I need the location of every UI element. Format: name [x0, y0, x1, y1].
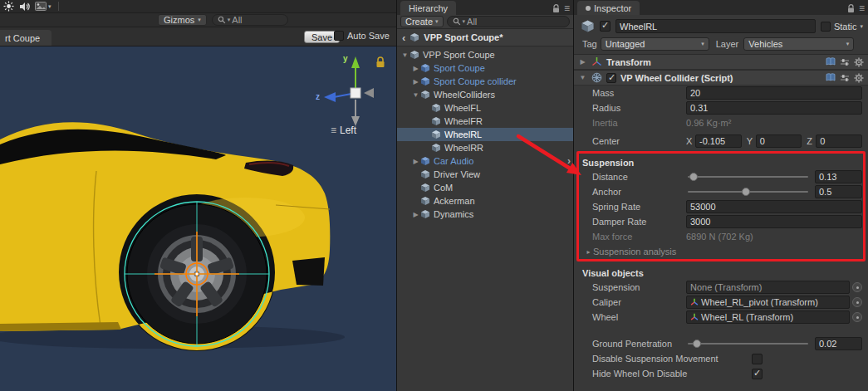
- spring-rate-field[interactable]: 53000: [686, 200, 862, 213]
- ground-penetration-slider[interactable]: [686, 337, 810, 350]
- item-label: VPP Sport Coupe: [423, 50, 495, 60]
- hierarchy-item-sport-coupe-collider[interactable]: ▶Sport Coupe collider: [397, 75, 573, 88]
- slider-knob[interactable]: [689, 173, 698, 181]
- radius-field[interactable]: 0.31: [686, 101, 862, 115]
- static-group[interactable]: Static ▾: [821, 22, 863, 32]
- slider-knob[interactable]: [693, 340, 701, 348]
- enter-prefab-arrow[interactable]: ›: [567, 155, 571, 167]
- tag-dropdown[interactable]: Untagged▾: [601, 37, 709, 51]
- suspension-object-field[interactable]: None (Transform): [686, 281, 850, 294]
- chevron-down-icon[interactable]: ▾: [860, 23, 863, 30]
- hierarchy-item-driver-view[interactable]: Driver View: [397, 168, 573, 181]
- object-picker-icon[interactable]: [852, 282, 862, 292]
- panel-menu-icon[interactable]: ≡: [564, 3, 570, 13]
- fold-arrow[interactable]: ▶: [411, 78, 420, 86]
- breadcrumb-label[interactable]: VPP Sport Coupe*: [424, 32, 503, 42]
- search-filter-arrow[interactable]: ▾: [228, 17, 231, 23]
- suspension-analysis-row[interactable]: ▸ Suspension analysis: [574, 244, 868, 259]
- item-label: Ackerman: [434, 196, 475, 206]
- search-filter-arrow[interactable]: ▾: [463, 18, 466, 25]
- anchor-value: 0.5: [819, 187, 831, 197]
- center-y-value: 0: [760, 136, 765, 146]
- fold-arrow[interactable]: ▶: [578, 58, 587, 66]
- hierarchy-item-dynamics[interactable]: ▶Dynamics: [397, 208, 573, 221]
- center-z-field[interactable]: 0: [816, 134, 862, 148]
- fold-arrow[interactable]: ▼: [400, 51, 409, 59]
- gizmos-button[interactable]: Gizmos▾: [158, 14, 207, 26]
- fold-arrow[interactable]: ▼: [411, 91, 420, 99]
- y-label: Y: [747, 136, 754, 146]
- scene-canvas[interactable]: y z ≡ Left: [0, 46, 396, 391]
- mass-field[interactable]: 20: [686, 86, 862, 100]
- scene-search-input[interactable]: ▾All: [212, 14, 288, 26]
- x-label: X: [686, 136, 694, 146]
- hierarchy-search-input[interactable]: ▾All: [447, 16, 570, 27]
- hierarchy-item-wheelfl[interactable]: WheelFL: [397, 101, 573, 115]
- wheel-object-field[interactable]: Wheel_RL (Transform): [686, 310, 850, 324]
- object-picker-icon[interactable]: [852, 312, 862, 322]
- tag-layer-row: Tag Untagged▾ Layer Vehicles▾: [574, 35, 868, 51]
- hierarchy-item-wheelfr[interactable]: WheelFR: [397, 115, 573, 128]
- hierarchy-item-vpp-sport-coupe[interactable]: ▼VPP Sport Coupe: [397, 48, 573, 61]
- view-mode-button[interactable]: ≡ Left: [331, 125, 356, 136]
- auto-save-checkbox[interactable]: [334, 31, 344, 41]
- chevron-down-icon: ▾: [198, 17, 201, 23]
- hide-wheel-on-disable-checkbox[interactable]: [752, 369, 763, 379]
- visual-objects-header-label: Visual objects: [582, 268, 644, 278]
- inspector-tab[interactable]: Inspector: [577, 1, 640, 15]
- presets-icon[interactable]: [840, 74, 850, 82]
- audio-icon[interactable]: [19, 2, 30, 12]
- fold-arrow[interactable]: ▶: [411, 158, 420, 165]
- center-y-field[interactable]: 0: [756, 134, 802, 148]
- scene-search-value: All: [232, 15, 242, 25]
- anchor-field[interactable]: 0.5: [815, 185, 862, 198]
- fold-arrow[interactable]: ▼: [578, 74, 587, 81]
- presets-icon[interactable]: [840, 58, 850, 66]
- hierarchy-item-wheelcolliders[interactable]: ▼WheelColliders: [397, 88, 573, 101]
- item-label: WheelRR: [444, 143, 483, 153]
- caliper-object-field[interactable]: Wheel_RL_pivot (Transform): [686, 296, 850, 309]
- object-picker-icon[interactable]: [852, 297, 862, 307]
- hierarchy-tab[interactable]: Hierarchy: [400, 1, 456, 15]
- hierarchy-item-wheelrl[interactable]: WheelRL: [397, 128, 573, 141]
- help-icon[interactable]: [826, 57, 836, 66]
- effects-icon[interactable]: ▾: [35, 2, 51, 11]
- scene-lock-icon[interactable]: [375, 56, 385, 68]
- transform-component-header[interactable]: ▶ Transform: [574, 54, 868, 70]
- hierarchy-item-car-audio[interactable]: ▶Car Audio›: [397, 154, 573, 168]
- lock-icon[interactable]: [847, 4, 855, 13]
- name-field[interactable]: [615, 19, 816, 33]
- anchor-slider[interactable]: [686, 185, 810, 198]
- wheel-collider-component-header[interactable]: ▼ VP Wheel Collider (Script): [574, 70, 868, 86]
- distance-field[interactable]: 0.13: [815, 170, 862, 183]
- lighting-icon[interactable]: [3, 1, 14, 12]
- hierarchy-item-wheelrr[interactable]: WheelRR: [397, 141, 573, 154]
- breadcrumb-back-button[interactable]: ‹: [402, 32, 405, 44]
- scene-tab[interactable]: rt Coupe: [0, 30, 51, 46]
- fold-arrow[interactable]: ▶: [411, 65, 420, 72]
- distance-slider[interactable]: [686, 170, 810, 183]
- disable-suspension-movement-checkbox[interactable]: [752, 354, 763, 364]
- ground-penetration-field[interactable]: 0.02: [815, 337, 862, 350]
- center-x-field[interactable]: -0.105: [695, 134, 742, 148]
- gear-icon[interactable]: [854, 57, 864, 67]
- layer-dropdown[interactable]: Vehicles▾: [743, 37, 854, 51]
- component-enabled-checkbox[interactable]: [606, 73, 616, 83]
- static-checkbox[interactable]: [821, 22, 831, 32]
- slider-knob[interactable]: [742, 188, 750, 196]
- hierarchy-item-ackerman[interactable]: Ackerman: [397, 194, 573, 208]
- damper-rate-field[interactable]: 3000: [686, 215, 862, 228]
- create-button[interactable]: Create▾: [400, 16, 444, 27]
- hierarchy-item-sport-coupe[interactable]: ▶Sport Coupe: [397, 61, 573, 75]
- panel-menu-icon[interactable]: ≡: [859, 3, 865, 13]
- fold-arrow[interactable]: ▶: [411, 211, 420, 218]
- center-x-value: -0.105: [699, 136, 725, 146]
- gear-icon[interactable]: [854, 73, 864, 83]
- help-icon[interactable]: [826, 73, 836, 82]
- suspension-object-row: Suspension None (Transform): [574, 280, 868, 295]
- gizmos-label: Gizmos: [164, 15, 194, 25]
- fold-arrow[interactable]: ▸: [584, 248, 593, 256]
- active-checkbox[interactable]: [600, 21, 611, 32]
- lock-icon[interactable]: [552, 4, 560, 13]
- hierarchy-item-com[interactable]: CoM: [397, 181, 573, 194]
